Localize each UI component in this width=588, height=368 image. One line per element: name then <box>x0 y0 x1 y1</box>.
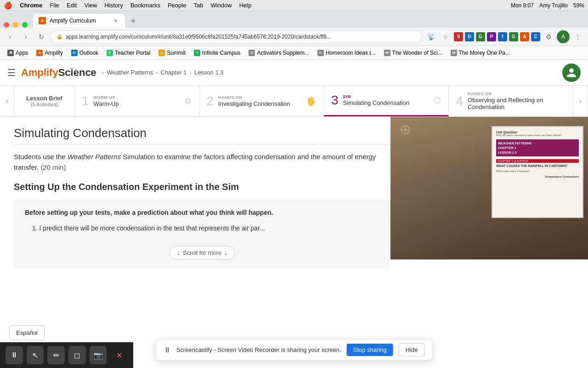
breadcrumb-lesson13[interactable]: Lesson 1.3 <box>194 69 224 76</box>
pencil-tool-button[interactable]: ✏ <box>47 346 65 364</box>
screencastify-pause-icon: ⏸ <box>164 346 171 354</box>
lesson-desc-italic: Weather Patterns <box>68 153 121 161</box>
eraser-tool-button[interactable]: ◻ <box>68 346 86 364</box>
bookmark-morey[interactable]: M The Morey One Pa... <box>447 48 514 58</box>
hide-button[interactable]: Hide <box>399 343 425 356</box>
video-overlay: Unit Question Why do some rainstorms hav… <box>390 117 588 259</box>
menubar-battery: 59% <box>573 2 584 9</box>
app-container: ☰ AmplifyScience › Weather Patterns › Ch… <box>0 60 588 368</box>
wb-unit-question: Unit Question Why do some rainstorms hav… <box>496 131 579 137</box>
screencastify-icon: ⏸ <box>164 346 171 354</box>
people-menu[interactable]: People <box>168 2 186 9</box>
tab-1-warmup[interactable]: 1 WARM-UP Warm-Up ⚙ <box>74 86 199 116</box>
bookmark-activators[interactable]: A Activators Supplem... <box>245 48 312 58</box>
tab-title: Amplify Curriculum <box>50 17 96 24</box>
tab-1-icon: ⚙ <box>184 96 192 106</box>
tab-1-number: 1 <box>82 95 89 108</box>
bookmark-teacher-portal[interactable]: T Teacher Portal <box>103 48 154 58</box>
chrome-tabbar: A Amplify Curriculum ✕ + <box>0 11 588 28</box>
tab-3-icon: ⬡ <box>434 95 441 105</box>
ext-screencastify[interactable]: S <box>454 32 463 41</box>
breadcrumb-separator-2: › <box>156 69 158 76</box>
bookmark-apps-label: Apps <box>16 50 28 56</box>
bookmark-amplify-label: Amplify <box>45 50 62 56</box>
ext-purple[interactable]: P <box>487 32 496 41</box>
ext-google[interactable]: G <box>509 32 518 41</box>
bookmark-wonder-favicon: W <box>384 50 390 56</box>
lesson-brief[interactable]: Lesson Brief (5 Activities) <box>15 86 74 116</box>
chrome-menu[interactable]: Chrome <box>20 2 42 9</box>
close-window-button[interactable] <box>4 22 9 28</box>
view-menu[interactable]: View <box>84 2 97 9</box>
menubar-right: Mon 9:07 Amy Trujillo 59% <box>511 2 584 9</box>
arrow-tool-button[interactable]: ↖ <box>27 346 44 364</box>
bookmark-outlook-favicon: O <box>71 50 78 56</box>
bookmark-summit[interactable]: S Summit <box>155 48 189 58</box>
maximize-window-button[interactable] <box>22 22 28 28</box>
bookmark-wonder[interactable]: W The Wonder of Sci... <box>380 48 446 58</box>
ext-orange[interactable]: A <box>520 32 529 41</box>
screencastify-message: Screencastify - Screen Video Recorder is… <box>176 346 341 353</box>
forward-button[interactable]: › <box>19 30 32 43</box>
tab-4-type: HANDS-ON <box>468 92 565 96</box>
bookmark-amplify[interactable]: A Amplify <box>33 48 66 58</box>
ext-blue1[interactable]: D <box>465 32 474 41</box>
tab-nav-left-arrow[interactable]: ‹ <box>0 86 15 116</box>
card-question: Before setting up your tests, make a pre… <box>25 209 379 216</box>
scroll-down-icon-2: ↓ <box>224 249 227 256</box>
address-bar[interactable]: 🔒 apps.learning.amplify.com/curriculum/#… <box>51 30 422 43</box>
bookmark-homeroom-favicon: H <box>317 50 324 56</box>
tab-4-handson[interactable]: 4 HANDS-ON Observing and Reflecting on C… <box>449 86 574 116</box>
bookmark-apps[interactable]: ⊞ Apps <box>4 48 32 58</box>
tab-close-button[interactable]: ✕ <box>112 17 119 24</box>
tab-menu[interactable]: Tab <box>193 2 203 9</box>
breadcrumb-chapter1[interactable]: Chapter 1 <box>160 69 187 76</box>
bookmark-outlook[interactable]: O Outlook <box>68 48 102 58</box>
edit-menu[interactable]: Edit <box>67 2 77 9</box>
bookmark-homeroom[interactable]: H Homeroom Ideas t... <box>314 48 379 58</box>
bookmark-morey-favicon: M <box>451 50 457 56</box>
tab-4-info: HANDS-ON Observing and Reflecting on Con… <box>468 92 565 110</box>
eraser-tool-icon: ◻ <box>74 351 80 360</box>
reload-button[interactable]: ↻ <box>35 30 48 43</box>
bookmark-infinite-campus[interactable]: I Infinite Campus <box>190 48 244 58</box>
bookmarks-bar: ⊞ Apps A Amplify O Outlook T Teacher Por… <box>0 46 588 60</box>
ext-green[interactable]: G <box>476 32 485 41</box>
ext-blue2[interactable]: C <box>531 32 540 41</box>
wb-temp-conversions: Temperature Conversions <box>496 175 579 178</box>
ext-facebook[interactable]: f <box>498 32 507 41</box>
history-menu[interactable]: History <box>104 2 123 9</box>
minimize-window-button[interactable] <box>13 22 18 28</box>
active-tab[interactable]: A Amplify Curriculum ✕ <box>33 14 125 28</box>
pause-button[interactable]: ⏸ <box>6 346 23 364</box>
bookmark-star-icon[interactable]: ☆ <box>439 30 452 43</box>
tab-3-sim[interactable]: 3 SIM Simulating Condensation ⬡ <box>324 86 449 116</box>
espanol-button[interactable]: Español <box>9 325 45 340</box>
lock-icon: 🔒 <box>57 34 63 40</box>
user-avatar[interactable] <box>562 63 581 82</box>
video-content: Unit Question Why do some rainstorms hav… <box>390 117 588 259</box>
file-menu[interactable]: File <box>50 2 59 9</box>
tab-nav-right-arrow[interactable]: › <box>573 86 588 116</box>
browser-toolbar: 📡 ☆ S D G P f G A C ⚙ A ⋮ <box>424 30 584 43</box>
bookmarks-menu[interactable]: Bookmarks <box>130 2 160 9</box>
apple-menu[interactable]: 🍎 <box>4 1 12 10</box>
close-tool-button[interactable]: ✕ <box>110 346 128 364</box>
tab-1-name: Warm-Up <box>94 100 119 107</box>
extensions-icon[interactable]: ⚙ <box>542 30 555 43</box>
back-button[interactable]: ‹ <box>4 30 17 43</box>
cast-icon[interactable]: 📡 <box>424 30 437 43</box>
bookmark-teacher-portal-favicon: T <box>107 50 113 56</box>
breadcrumb-weather-patterns[interactable]: Weather Patterns <box>107 69 153 76</box>
more-menu-icon[interactable]: ⋮ <box>571 30 584 43</box>
window-menu[interactable]: Window <box>210 2 232 9</box>
camera-tool-button[interactable]: 📷 <box>90 346 107 364</box>
scroll-more-button[interactable]: ↓ Scroll for more ↓ <box>169 246 235 259</box>
hamburger-menu-icon[interactable]: ☰ <box>7 67 16 78</box>
help-menu[interactable]: Help <box>239 2 252 9</box>
profile-avatar[interactable]: A <box>557 30 570 43</box>
stop-sharing-button[interactable]: Stop sharing <box>347 344 393 356</box>
tab-2-handson[interactable]: 2 HANDS-ON Investigating Condensation 🖐 <box>199 86 324 116</box>
wb-chapter-question: CHAPTER 1 QUESTION WHAT CAUSES THE RAINF… <box>496 159 579 172</box>
new-tab-button[interactable]: + <box>127 15 140 28</box>
